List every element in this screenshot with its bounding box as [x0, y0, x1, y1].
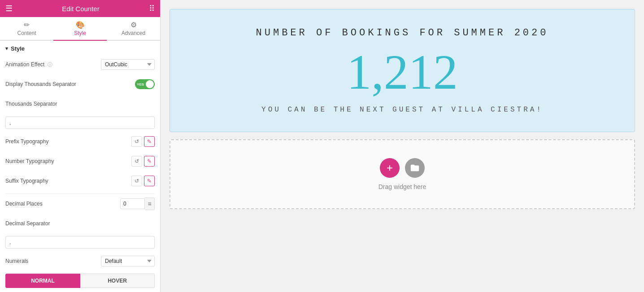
advanced-icon: ⚙ [131, 21, 137, 29]
add-widget-button[interactable]: + [380, 158, 400, 178]
widget-library-button[interactable] [405, 158, 425, 178]
numerals-label: Numerals [5, 258, 101, 264]
section-chevron[interactable]: ▾ [5, 46, 8, 52]
number-typography-label: Number Typography [5, 158, 131, 164]
tab-style-label: Style [74, 30, 86, 36]
numerals-control: Default Arabic Persian Hindi [101, 256, 155, 266]
prefix-typography-refresh[interactable]: ↺ [131, 136, 142, 147]
number-typography-edit[interactable]: ✎ [144, 156, 155, 167]
thousands-separator-toggle-wrapper [135, 79, 155, 89]
counter-subtitle: YOU CAN BE THE NEXT GUEST AT VILLA CIEST… [183, 106, 621, 114]
content-icon: ✏ [24, 21, 30, 29]
decimal-places-row: Decimal Places ≡ [5, 197, 155, 211]
state-tab-normal[interactable]: NORMAL [5, 274, 80, 288]
numerals-row: Numerals Default Arabic Persian Hindi [5, 254, 155, 268]
thousands-separator-input-wrapper [5, 116, 155, 129]
style-icon: 🎨 [76, 21, 85, 29]
suffix-typography-edit[interactable]: ✎ [144, 176, 155, 186]
tab-advanced[interactable]: ⚙ Advanced [107, 17, 160, 41]
suffix-typography-row: Suffix Typography ↺ ✎ [5, 174, 155, 188]
counter-widget: NUMBER OF BOOKINGS FOR SUMMER 2020 1,212… [170, 9, 635, 132]
thousands-separator-toggle[interactable] [135, 79, 155, 89]
decimal-places-stepper[interactable]: ≡ [145, 198, 155, 210]
prefix-typography-label: Prefix Typography [5, 138, 131, 145]
prefix-typography-row: Prefix Typography ↺ ✎ [5, 134, 155, 149]
divider-1 [5, 193, 155, 194]
thousands-separator-row: Display Thousands Separator [5, 77, 155, 91]
tab-style[interactable]: 🎨 Style [53, 17, 107, 41]
section-title: Style [11, 45, 25, 52]
thousands-separator-input[interactable] [5, 116, 155, 129]
animation-effect-label: Animation Effect ⓘ [5, 61, 101, 68]
animation-effect-select[interactable]: OutCubic Linear EaseIn EaseOut InCubic [101, 59, 155, 70]
decimal-separator-label: Decimal Separator [5, 220, 155, 227]
state-tabs: NORMAL HOVER [5, 274, 155, 288]
thousands-separator-label: Display Thousands Separator [5, 81, 135, 87]
suffix-typography-controls: ↺ ✎ [131, 176, 155, 186]
panel-content: ▾ Style Animation Effect ⓘ OutCubic Line… [0, 41, 160, 292]
state-tab-hover[interactable]: HOVER [80, 274, 155, 288]
animation-effect-control: OutCubic Linear EaseIn EaseOut InCubic [101, 59, 155, 70]
decimal-separator-input-wrapper [5, 236, 155, 249]
decimal-places-control: ≡ [120, 198, 155, 210]
suffix-typography-refresh[interactable]: ↺ [131, 176, 142, 186]
decimal-places-input[interactable] [120, 198, 145, 209]
folder-icon [410, 163, 420, 173]
number-typography-row: Number Typography ↺ ✎ [5, 154, 155, 168]
drop-zone: + Drag widget here [170, 139, 635, 209]
animation-info-icon: ⓘ [48, 62, 52, 67]
decimal-separator-input[interactable] [5, 236, 155, 249]
drop-zone-icons: + [380, 158, 425, 178]
prefix-typography-edit[interactable]: ✎ [144, 136, 155, 147]
thousands-separator-input-label: Thousands Separator [5, 101, 155, 107]
tab-bar: ✏ Content 🎨 Style ⚙ Advanced [0, 17, 160, 41]
number-typography-controls: ↺ ✎ [131, 156, 155, 167]
decimal-separator-row: Decimal Separator [5, 216, 155, 231]
thousands-separator-input-row: Thousands Separator [5, 97, 155, 111]
panel-title: Edit Counter [62, 5, 99, 13]
tab-content[interactable]: ✏ Content [0, 17, 53, 41]
left-panel: ☰ Edit Counter ⠿ ✏ Content 🎨 Style ⚙ Adv… [0, 0, 161, 292]
numerals-select[interactable]: Default Arabic Persian Hindi [101, 256, 155, 266]
suffix-typography-label: Suffix Typography [5, 178, 131, 184]
hamburger-icon[interactable]: ☰ [5, 4, 13, 13]
counter-title: NUMBER OF BOOKINGS FOR SUMMER 2020 [183, 27, 621, 39]
drop-text: Drag widget here [379, 183, 426, 190]
number-typography-refresh[interactable]: ↺ [131, 156, 142, 167]
animation-effect-row: Animation Effect ⓘ OutCubic Linear EaseI… [5, 57, 155, 72]
tab-content-label: Content [17, 30, 36, 36]
decimal-places-label: Decimal Places [5, 201, 120, 207]
panel-header: ☰ Edit Counter ⠿ [0, 0, 160, 17]
style-section-header: ▾ Style [5, 45, 155, 52]
prefix-typography-controls: ↺ ✎ [131, 136, 155, 147]
grid-icon[interactable]: ⠿ [149, 4, 155, 13]
right-area: NUMBER OF BOOKINGS FOR SUMMER 2020 1,212… [161, 0, 644, 292]
counter-number: 1,212 [183, 47, 621, 97]
tab-advanced-label: Advanced [122, 30, 145, 36]
